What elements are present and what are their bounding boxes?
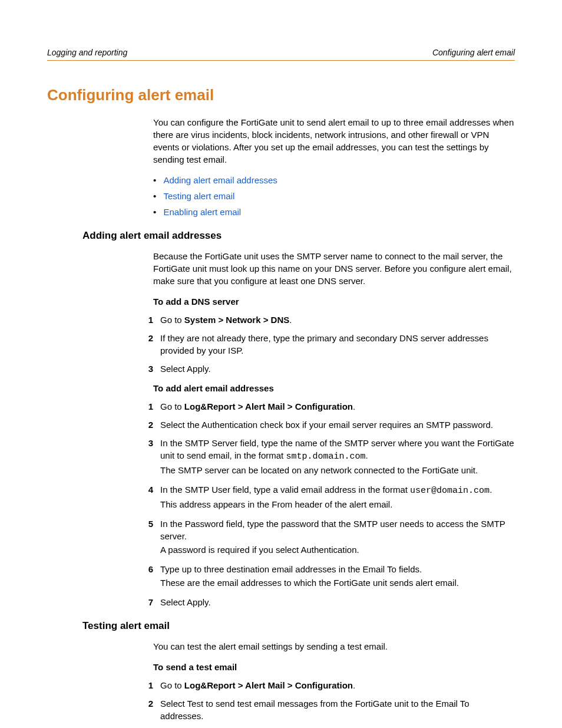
step-text: In the SMTP User field, type a valid ema…	[160, 483, 515, 512]
header-left: Logging and reporting	[47, 47, 127, 59]
step-num: 1	[138, 679, 153, 691]
step-num: 2	[138, 332, 153, 357]
page-header: Logging and reporting Configuring alert …	[47, 47, 515, 61]
intro-paragraph: You can configure the FortiGate unit to …	[153, 116, 515, 166]
step-text: Go to System > Network > DNS.	[160, 314, 515, 326]
step-text: In the Password field, type the password…	[160, 518, 515, 557]
steps-dns: 1 Go to System > Network > DNS. 2 If the…	[138, 314, 515, 375]
toc-link-adding[interactable]: Adding alert email addresses	[163, 175, 277, 185]
page-title: Configuring alert email	[47, 84, 515, 106]
step-text: If they are not already there, type the …	[160, 332, 515, 357]
step-num: 1	[138, 400, 153, 413]
step-num: 6	[138, 563, 153, 590]
testing-intro: You can test the alert email settings by…	[153, 640, 515, 653]
step-text: Type up to three destination email addre…	[160, 563, 515, 590]
step-num: 1	[138, 314, 153, 326]
adding-intro: Because the FortiGate unit uses the SMTP…	[153, 250, 515, 287]
step-num: 3	[138, 363, 153, 375]
steps-test: 1 Go to Log&Report > Alert Mail > Config…	[138, 679, 515, 722]
heading-testing: Testing alert email	[82, 619, 515, 633]
step-num: 2	[138, 419, 153, 431]
step-text: Select the Authentication check box if y…	[160, 419, 515, 431]
steps-email: 1 Go to Log&Report > Alert Mail > Config…	[138, 400, 515, 608]
step-num: 3	[138, 437, 153, 477]
step-text: Select Apply.	[160, 363, 515, 375]
toc-list: Adding alert email addresses Testing ale…	[153, 174, 515, 218]
step-num: 7	[138, 596, 153, 608]
step-text: Select Test to send test email messages …	[160, 697, 515, 722]
heading-adding: Adding alert email addresses	[82, 229, 515, 243]
step-text: Go to Log&Report > Alert Mail > Configur…	[160, 679, 515, 691]
toc-link-testing[interactable]: Testing alert email	[163, 191, 234, 201]
proc-title-dns: To add a DNS server	[153, 295, 515, 308]
step-num: 2	[138, 697, 153, 722]
header-right: Configuring alert email	[432, 47, 515, 59]
step-text: In the SMTP Server field, type the name …	[160, 437, 515, 477]
proc-title-email: To add alert email addresses	[153, 382, 515, 394]
proc-title-test: To send a test email	[153, 661, 515, 673]
step-text: Select Apply.	[160, 596, 515, 608]
toc-link-enabling[interactable]: Enabling alert email	[163, 207, 241, 217]
step-text: Go to Log&Report > Alert Mail > Configur…	[160, 400, 515, 413]
step-num: 4	[138, 483, 153, 512]
step-num: 5	[138, 518, 153, 557]
